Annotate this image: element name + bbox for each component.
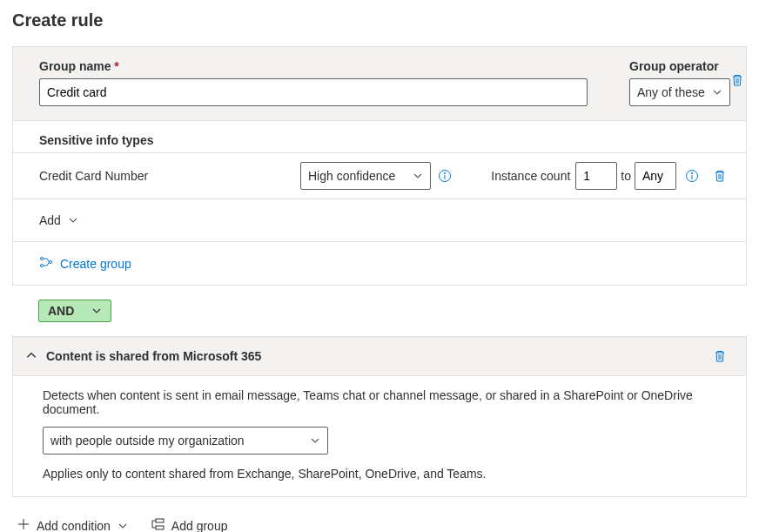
- svg-point-4: [41, 258, 44, 260]
- page-title: Create rule: [12, 10, 747, 30]
- confidence-select[interactable]: High confidence: [300, 162, 431, 190]
- info-icon[interactable]: [434, 165, 455, 186]
- condition-body: Detects when content is sent in email me…: [12, 376, 747, 497]
- add-row: Add: [13, 199, 746, 241]
- create-group-row: Create group: [13, 241, 746, 285]
- chevron-up-icon: [25, 349, 37, 364]
- group-operator-select[interactable]: Any of these: [629, 78, 730, 106]
- condition-title: Content is shared from Microsoft 365: [46, 349, 701, 363]
- condition-description: Detects when content is sent in email me…: [43, 388, 730, 416]
- info-icon[interactable]: [682, 165, 702, 186]
- add-group-button[interactable]: Add group: [151, 513, 228, 532]
- group-flow-icon: [39, 256, 53, 271]
- chevron-down-icon: [91, 306, 102, 316]
- footer-actions: Add condition Add group: [12, 513, 747, 532]
- chevron-down-icon: [68, 215, 78, 226]
- instance-to-label: to: [621, 169, 631, 183]
- condition-note: Applies only to content shared from Exch…: [43, 467, 730, 481]
- chevron-down-icon: [310, 435, 320, 446]
- logic-operator-pill[interactable]: AND: [38, 300, 111, 322]
- sensitive-type-row: Credit Card Number High confidence Insta…: [13, 152, 746, 199]
- group-name-label: Group name *: [39, 59, 588, 73]
- svg-point-5: [41, 265, 44, 267]
- svg-rect-7: [156, 519, 164, 522]
- group-name-input[interactable]: [39, 78, 588, 106]
- svg-point-3: [691, 172, 692, 173]
- share-scope-select[interactable]: with people outside my organization: [43, 427, 328, 455]
- create-group-button[interactable]: Create group: [39, 251, 131, 276]
- delete-condition-icon[interactable]: [709, 346, 730, 367]
- svg-rect-8: [156, 526, 164, 529]
- condition-header[interactable]: Content is shared from Microsoft 365: [12, 336, 747, 376]
- svg-point-6: [50, 261, 52, 264]
- instance-count-label: Instance count: [491, 169, 570, 183]
- delete-row-icon[interactable]: [709, 165, 730, 186]
- sensitive-type-name: Credit Card Number: [39, 169, 300, 183]
- group-panel: Group name * Group operator Any of these…: [12, 46, 747, 286]
- group-operator-label: Group operator: [629, 59, 730, 73]
- add-condition-button[interactable]: Add condition: [17, 513, 128, 532]
- svg-point-1: [444, 172, 445, 173]
- instance-to-input[interactable]: [635, 162, 676, 190]
- instance-from-input[interactable]: [575, 162, 617, 190]
- delete-group-icon[interactable]: [727, 70, 748, 91]
- chevron-down-icon: [118, 521, 128, 531]
- plus-icon: [17, 518, 30, 532]
- add-sensitive-type-button[interactable]: Add: [39, 208, 78, 232]
- chevron-down-icon: [413, 171, 423, 181]
- add-group-icon: [151, 518, 165, 532]
- chevron-down-icon: [712, 87, 722, 98]
- sensitive-types-header: Sensitive info types: [39, 133, 730, 147]
